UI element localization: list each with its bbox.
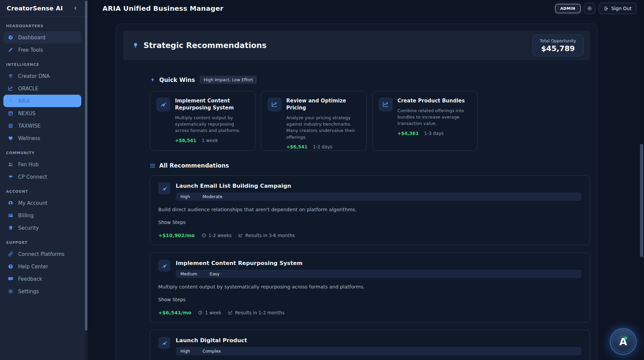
sidebar-item-label: ARIA: [18, 98, 30, 104]
pen-icon: [8, 47, 13, 53]
clock-icon: [202, 233, 206, 238]
quick-win-card[interactable]: Review and Optimize Pricing Analyze your…: [261, 91, 367, 151]
sidebar-item-creator-dna[interactable]: Creator DNA: [3, 70, 81, 82]
show-steps-button[interactable]: Show Steps: [158, 220, 185, 225]
window-scrollbar-track: [639, 0, 644, 360]
sidebar-item-feedback[interactable]: Feedback: [3, 273, 81, 285]
chart-line-icon: [8, 86, 13, 91]
impact-badge: High: [180, 194, 190, 199]
logout-icon: [604, 6, 609, 11]
sidebar-item-settings[interactable]: Settings: [3, 285, 81, 298]
card-description: Multiply content output by systematicall…: [175, 115, 249, 134]
sidebar-item-aria[interactable]: ARIA: [3, 95, 81, 107]
quick-wins-header: Quick Wins High Impact, Low Effort: [150, 76, 590, 84]
card-title: Launch Email List Building Campaign: [176, 183, 582, 189]
recommendation-card: Implement Content Repurposing System Med…: [150, 253, 590, 322]
sidebar-header: CreatorSense AI: [0, 0, 85, 17]
settings-button[interactable]: [584, 3, 595, 14]
user-icon: [8, 200, 13, 206]
recommendation-card: Launch Digital Product High Complex: [150, 330, 590, 360]
card-duration: 1-3 days: [424, 131, 443, 136]
total-opportunity-label: Total Opportunity: [540, 38, 576, 43]
window-scrollbar-thumb[interactable]: [640, 144, 643, 257]
nav-section-intelligence: INTELLIGENCE: [6, 62, 79, 67]
card-icon-box: [158, 182, 170, 194]
sidebar-item-cp-connect[interactable]: CP Connect: [3, 171, 81, 183]
card-badges-bar: High Moderate: [176, 192, 582, 201]
all-recommendations-title: All Recommendations: [159, 162, 229, 169]
card-icon-box: [379, 97, 393, 111]
fingerprint-icon: [8, 73, 13, 79]
sidebar-collapse-button[interactable]: [71, 4, 80, 13]
sidebar-scrollbar-thumb[interactable]: [85, 1, 87, 330]
card-duration: 1 week: [202, 138, 218, 143]
online-status-dot: [624, 336, 627, 340]
users-icon: [8, 162, 13, 167]
rocket-icon: [162, 263, 167, 269]
card-metrics: +$6,541/mo 1 week Results in 1-2 months: [158, 310, 582, 315]
card-icon-box: [267, 97, 282, 111]
card-duration: 1 week: [205, 310, 221, 315]
quick-wins-badge: High Impact, Low Effort: [200, 76, 257, 84]
card-icon-box: [158, 260, 170, 272]
sidebar-item-billing[interactable]: Billing: [3, 209, 81, 222]
sidebar-item-nexus[interactable]: NEXUS: [3, 107, 81, 120]
card-results: Results in 1-2 months: [235, 310, 285, 315]
recommendation-card: Launch Email List Building Campaign High…: [150, 175, 590, 245]
show-steps-button[interactable]: Show Steps: [158, 297, 185, 302]
sidebar-item-label: Wellness: [18, 135, 40, 141]
all-recommendations-header: All Recommendations: [150, 162, 590, 169]
card-title: Create Product Bundles: [397, 97, 471, 104]
page-title: ARIA Unified Business Manager: [102, 4, 223, 12]
panel-title: Strategic Recommendations: [143, 41, 266, 50]
quick-win-card[interactable]: Create Product Bundles Combine related o…: [372, 91, 478, 151]
sign-out-button[interactable]: Sign Out: [599, 3, 637, 14]
total-opportunity-value: $45,789: [540, 44, 576, 53]
gear-icon: [587, 6, 592, 11]
rocket-icon: [162, 340, 167, 346]
sidebar-item-help-center[interactable]: Help Center: [3, 260, 81, 273]
impact-badge: Medium: [180, 271, 197, 276]
sparkle-icon: [8, 98, 13, 104]
sidebar-item-label: Creator DNA: [18, 73, 50, 79]
sidebar-item-oracle[interactable]: ORACLE: [3, 82, 81, 95]
card-value: +$4,361: [397, 131, 419, 136]
effort-badge: Complex: [203, 349, 221, 354]
calendar-icon: [8, 110, 13, 116]
card-title: Implement Content Repurposing System: [175, 97, 249, 111]
sidebar-item-my-account[interactable]: My Account: [3, 197, 81, 209]
sidebar-item-security[interactable]: Security: [3, 222, 81, 234]
handshake-icon: [8, 174, 13, 180]
effort-badge: Moderate: [203, 194, 222, 199]
nav-section-community: COMMUNITY: [6, 151, 79, 155]
sidebar-item-wellness[interactable]: Wellness: [3, 132, 81, 144]
sidebar-item-label: Dashboard: [18, 35, 45, 41]
quick-wins-title: Quick Wins: [159, 77, 195, 83]
sidebar-scrollbar-track: [85, 0, 88, 360]
sidebar-item-taxwise[interactable]: TAXWISE: [3, 120, 81, 132]
sign-out-label: Sign Out: [611, 6, 632, 11]
sidebar-item-connect-platforms[interactable]: Connect Platforms: [3, 248, 81, 260]
sidebar-item-label: TAXWISE: [18, 123, 41, 129]
sidebar-item-label: Security: [18, 225, 39, 231]
sidebar-item-fan-hub[interactable]: Fan Hub: [3, 158, 81, 171]
gauge-icon: [8, 35, 13, 40]
sidebar: CreatorSense AI HEADQUARTERS Dashboard F…: [0, 0, 85, 360]
ai-assistant-button[interactable]: A: [610, 328, 637, 355]
sidebar-item-dashboard[interactable]: Dashboard: [3, 31, 81, 44]
sidebar-item-free-tools[interactable]: Free Tools: [3, 44, 81, 56]
rocket-icon: [160, 101, 167, 108]
card-description: Multiply content output by systematicall…: [158, 284, 582, 289]
card-description: Analyze your pricing strategy against in…: [286, 115, 360, 140]
card-duration: 1-2 weeks: [209, 233, 232, 238]
admin-badge[interactable]: ADMIN: [555, 4, 581, 13]
impact-badge: High: [180, 349, 190, 354]
quick-win-card[interactable]: Implement Content Repurposing System Mul…: [150, 91, 255, 151]
nav-section-account: ACCOUNT: [6, 189, 79, 194]
card-title: Review and Optimize Pricing: [286, 97, 360, 111]
card-results: Results in 3-6 months: [245, 233, 295, 238]
card-description: Build direct audience relationships that…: [158, 207, 582, 212]
clock-icon: [198, 310, 203, 315]
chart-line-icon: [382, 101, 389, 108]
brand-logo: CreatorSense AI: [7, 5, 63, 12]
